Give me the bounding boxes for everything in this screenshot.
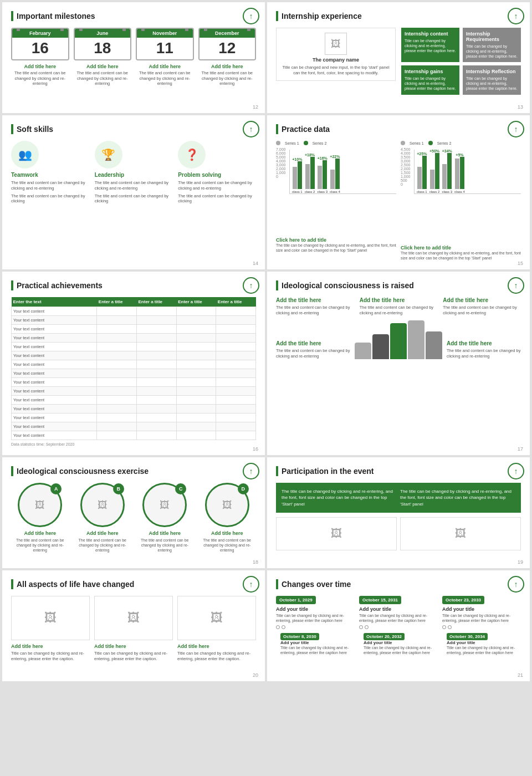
ideo-desc-4: The title and content can be changed by … xyxy=(447,348,521,359)
participation-bottom: 🖼 🖼 xyxy=(276,517,521,550)
slide-ideo-exercise: Ideological consciousness exercise ↑ 🖼 A… xyxy=(2,457,265,568)
day-16: 16 xyxy=(12,38,68,59)
cal-title-0[interactable]: Add title here xyxy=(11,64,69,69)
skill-teamwork: 👥 Teamwork The title and content can be … xyxy=(11,141,89,206)
logo-icon-6: ↑ xyxy=(508,277,524,294)
slide-achievements: Practical achievements ↑ Enter the text … xyxy=(2,272,265,455)
page-num-participation: 19 xyxy=(518,559,523,565)
intern-card-3: Internship Reflection Title can be chang… xyxy=(463,65,521,94)
slide-internship: Internship experience ↑ 🖼 The company na… xyxy=(267,2,530,113)
ideo-raised-title: Ideological consciousness is raised xyxy=(276,280,521,290)
intern-card-desc-1: Title can be changed by clicking and re-… xyxy=(466,44,518,59)
table-row: Your text content xyxy=(12,431,256,440)
wave-bar-5 xyxy=(426,331,442,359)
tl-sub-desc-2: Title can be changed by clicking and re-… xyxy=(447,645,521,655)
timeline-col-0: October 1, 2029 Add your title Title can… xyxy=(276,596,355,655)
table-row: Your text content xyxy=(12,360,256,369)
ex-title-1[interactable]: Add title here xyxy=(74,530,132,536)
tl-date2-0: October 8, 2030 xyxy=(280,633,319,640)
company-box: 🖼 The company name Title can be changed … xyxy=(276,28,396,81)
leadership-desc2: The title and content can be changed by … xyxy=(95,193,173,205)
intern-card-1: Internship Requirements Title can be cha… xyxy=(463,28,521,62)
achievements-table-container: Enter the text Enter a title Enter a tit… xyxy=(11,297,256,446)
wave-bar-3 xyxy=(390,323,407,359)
ideo-bottom-left: Add the title here The title and content… xyxy=(276,340,350,359)
life-img-1: 🖼 xyxy=(94,596,173,640)
timeline-col-2: October 23, 2033 Add your title Title ca… xyxy=(442,596,521,655)
tl-sub-1: October 20, 2032 Add your title Title ca… xyxy=(364,631,438,655)
cell: Your text content xyxy=(12,351,97,360)
tl-sub-title-0: Add your title xyxy=(280,640,355,645)
logo-icon-5: ↑ xyxy=(243,277,259,294)
page-num-life-changed: 20 xyxy=(253,672,258,678)
cell: Your text content xyxy=(12,369,97,378)
charts-grid: Series 1 Series 2 7,0006,0005,0004,0003,… xyxy=(276,141,521,261)
tl-desc-1: Title can be changed by clicking and re-… xyxy=(359,613,438,623)
tl-date-1: October 15, 2031 xyxy=(359,596,401,604)
leadership-icon: 🏆 xyxy=(95,141,122,169)
chart1-title[interactable]: Click here to add title xyxy=(276,237,396,243)
logo-icon-2: ↑ xyxy=(508,8,524,24)
intern-card-2: Internship gains Title can be changed by… xyxy=(401,65,459,94)
cell: Your text content xyxy=(12,316,97,325)
circle-frame-0: 🖼 A xyxy=(18,483,62,527)
calendar-november: November 11 Add title here The title and… xyxy=(136,28,194,86)
exercise-grid: 🖼 A Add title here The title and content… xyxy=(11,483,256,553)
ideo-grid: Add the title here The title and content… xyxy=(276,297,521,316)
ex-desc-2: The title and content can be changed by … xyxy=(136,538,194,553)
table-row: Your text content xyxy=(12,316,256,325)
intern-card-0: Internship content Title can be changed … xyxy=(401,28,459,62)
skill-problem-solving: ❓ Problem solving The title and content … xyxy=(178,141,256,206)
cal-title-2[interactable]: Add title here xyxy=(136,64,194,69)
cell: Your text content xyxy=(12,431,97,440)
soft-skills-title: Soft skills xyxy=(11,124,256,134)
logo-icon-3: ↑ xyxy=(243,121,259,137)
achievements-title: Practical achievements xyxy=(11,280,256,290)
problem-title: Problem solving xyxy=(178,172,256,178)
logo-icon-8: ↑ xyxy=(508,463,524,479)
ex-title-0[interactable]: Add title here xyxy=(11,530,69,536)
tl-title-2: Add your title xyxy=(442,606,521,612)
cell: Your text content xyxy=(12,405,97,413)
legend-dot-green xyxy=(304,141,308,145)
chart2-title[interactable]: Click here to add title xyxy=(401,245,521,251)
life-img-2: 🖼 xyxy=(177,596,256,640)
life-title-1[interactable]: Add title here xyxy=(94,644,173,649)
cal-title-3[interactable]: Add title here xyxy=(198,64,257,69)
part-img-2: 🖼 xyxy=(400,517,521,550)
page-num-changes: 21 xyxy=(518,672,523,678)
life-item-1: 🖼 Add title here Title can be changed by… xyxy=(94,596,173,662)
tl-title-1: Add your title xyxy=(359,606,438,612)
internship-right: Internship content Title can be changed … xyxy=(401,28,521,95)
cell: Your text content xyxy=(12,387,97,396)
cell: Your text content xyxy=(12,413,97,422)
tl-date2-1: October 20, 2032 xyxy=(364,633,405,640)
month-november: November xyxy=(137,29,193,38)
cal-title-1[interactable]: Add title here xyxy=(74,64,132,69)
circle-frame-3: 🖼 D xyxy=(205,483,249,527)
ideo-item-1: Add the title here The title and content… xyxy=(360,297,438,316)
logo-icon-4: ↑ xyxy=(508,121,524,137)
page-num-achievements: 16 xyxy=(253,446,258,452)
th-0: Enter the text xyxy=(12,297,97,307)
ex-desc-3: The title and content can be changed by … xyxy=(198,538,257,553)
logo-icon-9: ↑ xyxy=(243,576,259,593)
problem-desc: The title and content can be changed by … xyxy=(178,180,256,191)
ideo-desc-2: The title and content can be changed by … xyxy=(443,305,521,316)
ex-title-3[interactable]: Add title here xyxy=(198,530,257,536)
practice-title: Practice data xyxy=(276,124,521,134)
dot-2b xyxy=(448,625,452,629)
life-title-0[interactable]: Add title here xyxy=(11,644,90,649)
participation-top: The title can be changed by clicking and… xyxy=(276,483,521,513)
tl-date-2: October 23, 2033 xyxy=(442,596,484,604)
timeline-col-1: October 15, 2031 Add your title Title ca… xyxy=(359,596,438,655)
teamwork-desc: The title and content can be changed by … xyxy=(11,180,89,191)
ideo-desc-3: The title and content can be changed by … xyxy=(276,348,350,359)
page-num-internship: 13 xyxy=(518,104,523,110)
ideo-desc-0: The title and content can be changed by … xyxy=(276,305,354,316)
ideo-title-4: Add the title here xyxy=(447,340,521,346)
leadership-desc: The title and content can be changed by … xyxy=(95,180,173,191)
ex-title-2[interactable]: Add title here xyxy=(136,530,194,536)
day-18: 18 xyxy=(75,38,131,59)
life-title-2[interactable]: Add title here xyxy=(177,644,256,649)
